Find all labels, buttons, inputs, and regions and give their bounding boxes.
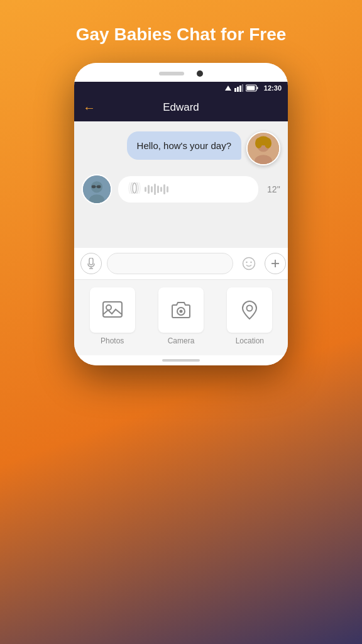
plus-button[interactable] (265, 253, 286, 274)
svg-rect-2 (237, 87, 239, 92)
location-pin-icon (238, 299, 261, 321)
message-input[interactable] (107, 253, 233, 274)
phone-sensor (197, 70, 203, 77)
contact-name: Edward (163, 101, 199, 114)
location-label: Location (236, 336, 264, 345)
camera-icon (170, 299, 192, 321)
svg-point-34 (179, 309, 182, 313)
svg-rect-4 (242, 84, 243, 92)
svg-point-21 (131, 182, 138, 194)
photos-icon-box (90, 287, 135, 333)
phone-shell: 12:30 ← Edward Hello, how's your day? (74, 63, 288, 365)
message-row-incoming: Hello, how's your day? (82, 131, 280, 165)
svg-marker-0 (225, 86, 231, 91)
svg-point-35 (247, 305, 253, 311)
location-icon-box (227, 287, 272, 333)
media-item-camera[interactable]: Camera (149, 287, 212, 345)
photos-icon (101, 299, 124, 321)
svg-point-27 (246, 261, 247, 262)
status-icons (224, 84, 258, 92)
svg-rect-31 (103, 302, 122, 317)
status-bar: 12:30 (74, 82, 288, 94)
chat-area: Hello, how's your day? (74, 121, 288, 247)
svg-point-12 (255, 138, 262, 148)
emoji-button[interactable] (238, 253, 260, 274)
home-indicator (162, 359, 200, 362)
svg-point-13 (265, 138, 272, 148)
battery-icon (246, 84, 258, 92)
message-bubble: Hello, how's your day? (127, 131, 241, 160)
voice-message-bubble[interactable] (118, 176, 258, 203)
svg-point-20 (133, 183, 136, 193)
svg-rect-1 (234, 88, 236, 92)
svg-rect-7 (246, 86, 255, 90)
phone-speaker (159, 72, 184, 75)
svg-rect-17 (92, 185, 96, 188)
back-button[interactable]: ← (83, 101, 96, 115)
voice-duration: 12'' (267, 184, 280, 194)
app-header: ← Edward (74, 94, 288, 121)
svg-point-26 (243, 257, 255, 269)
input-area (74, 247, 288, 279)
phone-top-bar (74, 63, 288, 82)
svg-rect-23 (89, 258, 93, 265)
svg-rect-6 (256, 87, 258, 89)
media-item-location[interactable]: Location (218, 287, 282, 345)
bars-icon (234, 84, 243, 92)
phone-bottom-bar (74, 355, 288, 365)
media-picker: Photos Camera Location (74, 279, 288, 355)
svg-point-16 (89, 194, 104, 204)
svg-point-32 (106, 305, 111, 310)
camera-label: Camera (168, 336, 195, 345)
photos-label: Photos (101, 336, 124, 345)
voice-wave-icon (128, 182, 141, 196)
app-title: Gay Babies Chat for Free (76, 24, 287, 45)
media-item-photos[interactable]: Photos (80, 287, 144, 345)
avatar-outgoing (82, 174, 112, 204)
voice-bars (145, 184, 168, 195)
signal-icon (224, 84, 232, 92)
camera-icon-box (158, 287, 204, 333)
message-text: Hello, how's your day? (137, 140, 231, 151)
mic-button[interactable] (80, 253, 102, 274)
status-time: 12:30 (264, 84, 282, 92)
message-row-outgoing: 12'' (82, 174, 280, 204)
svg-rect-3 (239, 86, 241, 92)
svg-rect-18 (97, 185, 101, 188)
avatar-incoming (246, 131, 280, 165)
svg-point-28 (250, 261, 251, 262)
